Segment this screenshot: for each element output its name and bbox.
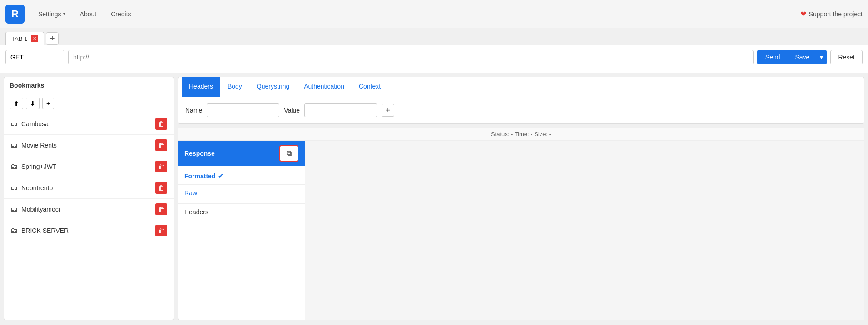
copy-button[interactable]: ⧉	[279, 145, 298, 162]
method-wrapper: GET POST PUT DELETE PATCH HEAD OPTIONS	[5, 50, 64, 64]
navbar: R Settings ▾ About Credits ❤ Support the…	[0, 0, 868, 28]
copy-icon: ⧉	[287, 149, 292, 158]
chevron-down-icon: ▾	[820, 54, 823, 61]
tab-querystring[interactable]: Querystring	[249, 77, 297, 97]
tab-1[interactable]: TAB 1 ✕	[5, 32, 44, 45]
tabs-bar: TAB 1 ✕ +	[0, 28, 868, 45]
request-row: GET POST PUT DELETE PATCH HEAD OPTIONS S…	[0, 45, 868, 69]
tab-headers[interactable]: Headers	[182, 77, 220, 97]
response-body: Response ⧉ Formatted ✔ Raw	[178, 141, 864, 320]
response-right	[305, 141, 864, 320]
url-input[interactable]	[68, 50, 754, 64]
action-buttons: Send Save ▾	[757, 50, 827, 64]
delete-bookmark-button[interactable]: 🗑	[155, 161, 167, 172]
about-link[interactable]: About	[74, 7, 103, 21]
header-value-input[interactable]	[304, 103, 377, 117]
list-item[interactable]: 🗂 Movie Rents 🗑	[4, 135, 174, 156]
credits-link[interactable]: Credits	[104, 7, 137, 21]
import-icon: ⬆	[14, 100, 19, 107]
folder-icon: 🗂	[10, 141, 18, 149]
folder-icon: 🗂	[10, 120, 18, 128]
response-tab-formatted[interactable]: Formatted ✔	[178, 168, 305, 184]
tab-context[interactable]: Context	[352, 77, 388, 97]
heart-icon: ❤	[800, 10, 806, 18]
headers-content: Name Value +	[178, 97, 864, 123]
delete-bookmark-button[interactable]: 🗑	[155, 203, 167, 215]
list-item[interactable]: 🗂 BRICK SERVER 🗑	[4, 220, 174, 241]
save-dropdown-button[interactable]: ▾	[816, 50, 827, 64]
value-label: Value	[284, 107, 300, 114]
response-tab-headers[interactable]: Headers	[178, 203, 305, 220]
support-link[interactable]: ❤ Support the project	[800, 10, 863, 18]
delete-bookmark-button[interactable]: 🗑	[155, 139, 167, 151]
add-tab-button[interactable]: +	[46, 32, 59, 45]
folder-icon: 🗂	[10, 227, 18, 235]
logo: R	[5, 5, 25, 24]
request-tabs: Headers Body Querystring Authentication …	[178, 77, 864, 97]
response-tabs-list: Formatted ✔ Raw	[178, 166, 305, 203]
chevron-down-icon: ▾	[63, 11, 65, 16]
right-panel: Headers Body Querystring Authentication …	[178, 77, 864, 320]
import-button[interactable]: ⬆	[10, 98, 23, 109]
add-header-button[interactable]: +	[382, 104, 394, 117]
response-title: Response	[184, 150, 215, 157]
reset-button[interactable]: Reset	[830, 50, 863, 64]
delete-bookmark-button[interactable]: 🗑	[155, 118, 167, 130]
list-item[interactable]: 🗂 Mobilityamoci 🗑	[4, 199, 174, 220]
request-tabs-panel: Headers Body Querystring Authentication …	[178, 77, 864, 124]
response-header-bar: Response ⧉	[178, 141, 305, 166]
tab-close-button[interactable]: ✕	[31, 35, 38, 42]
folder-icon: 🗂	[10, 184, 18, 192]
sidebar: Bookmarks ⬆ ⬇ + 🗂 Cambusa 🗑	[4, 77, 174, 320]
list-item[interactable]: 🗂 Cambusa 🗑	[4, 113, 174, 135]
name-label: Name	[185, 107, 202, 114]
header-row: Name Value +	[185, 103, 857, 117]
response-left: Response ⧉ Formatted ✔ Raw	[178, 141, 305, 320]
sidebar-toolbar: ⬆ ⬇ +	[4, 94, 174, 113]
list-item[interactable]: 🗂 Neontrento 🗑	[4, 177, 174, 199]
nav-links: Settings ▾ About Credits	[32, 7, 138, 21]
export-icon: ⬇	[30, 100, 35, 107]
main-layout: Bookmarks ⬆ ⬇ + 🗂 Cambusa 🗑	[0, 73, 868, 324]
tab-authentication[interactable]: Authentication	[297, 77, 352, 97]
method-select[interactable]: GET POST PUT DELETE PATCH HEAD OPTIONS	[5, 50, 64, 64]
send-button[interactable]: Send	[757, 50, 789, 64]
scrollbar[interactable]	[0, 69, 868, 73]
response-tab-raw[interactable]: Raw	[178, 184, 305, 201]
plus-icon: +	[46, 100, 50, 107]
delete-bookmark-button[interactable]: 🗑	[155, 182, 167, 194]
folder-icon: 🗂	[10, 162, 18, 171]
sidebar-header: Bookmarks	[4, 77, 174, 94]
folder-icon: 🗂	[10, 205, 18, 213]
delete-bookmark-button[interactable]: 🗑	[155, 225, 167, 236]
export-button[interactable]: ⬇	[26, 98, 40, 109]
settings-menu[interactable]: Settings ▾	[32, 7, 72, 21]
response-area: Status: - Time: - Size: - Response ⧉ For…	[178, 128, 864, 320]
status-bar: Status: - Time: - Size: -	[178, 128, 864, 141]
bookmark-list: 🗂 Cambusa 🗑 🗂 Movie Rents 🗑 🗂 Spring+JWT…	[4, 113, 174, 320]
add-bookmark-button[interactable]: +	[42, 98, 54, 109]
list-item[interactable]: 🗂 Spring+JWT 🗑	[4, 156, 174, 177]
tab-body[interactable]: Body	[220, 77, 249, 97]
header-name-input[interactable]	[207, 103, 279, 117]
save-button[interactable]: Save	[789, 50, 816, 64]
check-icon: ✔	[218, 172, 223, 180]
